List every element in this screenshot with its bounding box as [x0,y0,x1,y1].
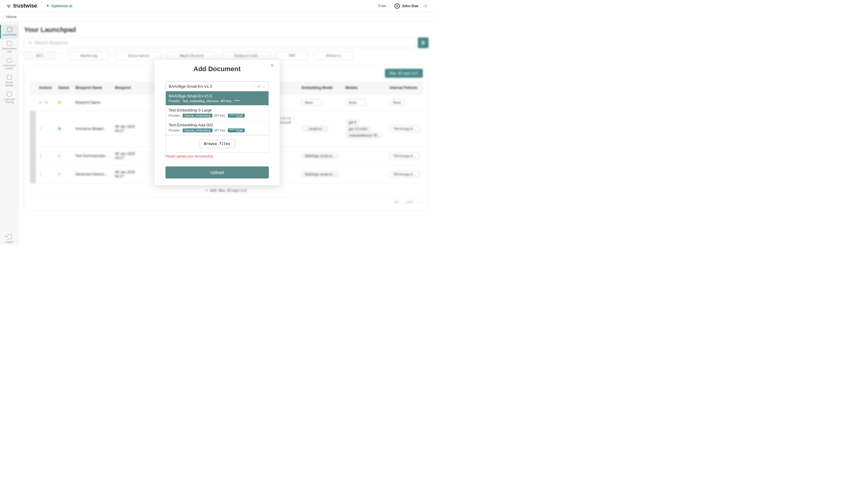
brand-text: trustwise [13,3,37,9]
confirm-icon[interactable]: ✓ [39,100,42,104]
row-edit-handle[interactable] [30,111,36,147]
next-page[interactable]: › [422,200,423,204]
page-title: Your Launchpad [24,26,429,34]
sidebar-item-scans-details[interactable]: Scans Details [0,72,19,89]
shield-icon [7,58,12,63]
tab-tmt[interactable]: TMT [276,51,308,60]
col-models: Models [342,82,387,94]
breadcrumb: Home [0,12,434,22]
status-dot [58,127,61,130]
sidebar-item-command-center[interactable]: Command Center [0,56,19,72]
hub-icon [7,41,12,46]
upload-error-message: Please upload your document(s) [165,154,269,158]
prev-page[interactable]: ‹ [417,200,418,204]
modal-title: Add Document [155,65,280,73]
dropdown-option[interactable]: BAAI/Bge-Small-En-V1.5 Provider: Text_em… [166,91,269,105]
tab-others[interactable]: Others [314,51,353,60]
tab-healthcare[interactable]: Healthcare [167,51,216,60]
plan-badge: Free [378,4,390,8]
col-internal-policies: Internal Policies [387,82,423,94]
header: trustwise ✦ Optimize:ai Free John Doe [0,0,434,12]
new-blueprint-button[interactable]: New Blueprint [385,69,423,78]
col-embedding-model: Embedding Model [299,82,342,94]
row-menu-icon[interactable]: ⋮ [39,127,42,131]
svg-point-5 [422,44,423,44]
page-info: 1 of 2 [405,200,413,204]
pagination: 10 ⌄ 1 of 2 ‹ › [30,198,423,207]
add-document-modal: ✕ Add Document BAAI/Bge-Small-En-V1.5 ✕ … [155,60,280,185]
dropdown-option[interactable]: Text-Embedding-Ada-002 Provider: Openai_… [166,120,269,135]
breadcrumb-home[interactable]: Home [6,14,17,19]
chevron-down-icon[interactable]: ⌄ [262,84,266,89]
row-edit-handle[interactable] [30,165,36,184]
tab-industrial[interactable]: Industrial [222,51,270,60]
search-input[interactable]: Search Blueprints [24,37,415,48]
category-tabs: All Banking Insurance Healthcare Industr… [24,51,429,60]
dropdown-option[interactable]: Text-Embedding-3-Large Provider: Openai_… [166,105,269,120]
status-dot [58,173,61,176]
logout-icon [7,234,12,239]
grid-icon [7,27,12,32]
status-dot [58,101,61,104]
sidebar: Launchpad Optimization Hub Command Cente… [0,22,19,245]
brand-logo[interactable]: trustwise [6,3,37,9]
row-menu-icon[interactable]: ⋮ [39,154,42,158]
logs-icon [7,92,12,96]
optimize-ai-link[interactable]: ✦ Optimize:ai [46,4,72,8]
col-blueprint-name: Blueprint Name [72,82,112,94]
svg-point-4 [424,42,424,43]
sidebar-item-logout[interactable]: Logout [0,232,19,245]
row-edit-handle[interactable] [30,147,36,165]
settings-icon[interactable] [423,4,428,8]
sliders-icon [421,40,426,45]
cancel-icon[interactable]: ✕ [45,100,48,104]
tab-banking[interactable]: Banking [68,51,110,60]
add-new-blueprint-row[interactable]: + Add New Blueprint [30,184,423,198]
close-icon[interactable]: ✕ [270,63,274,68]
tab-all[interactable]: All [24,51,56,60]
sidebar-item-logs-tracing[interactable]: Logs and Tracing [0,89,19,106]
svg-point-0 [397,5,398,6]
svg-point-1 [425,5,426,7]
svg-point-2 [29,41,31,44]
sparkle-icon: ✦ [46,4,50,8]
sidebar-item-optimization-hub[interactable]: Optimization Hub [0,39,19,56]
svg-point-3 [422,41,423,42]
search-icon [28,41,32,45]
clear-icon[interactable]: ✕ [257,84,260,89]
status-dot [58,155,61,157]
user-avatar-icon [395,3,400,9]
browse-files-button[interactable]: Browse files [199,140,236,148]
tab-insurance[interactable]: Insurance [116,51,161,60]
scan-icon [7,75,12,80]
embedding-select[interactable]: BAAI/Bge-Small-En-V1.5 ✕ ⌄ [165,82,269,91]
trustwise-icon [6,3,11,9]
sidebar-item-launchpad[interactable]: Launchpad [0,25,19,39]
col-actions: Actions [36,82,55,94]
user-menu[interactable]: John Doe [395,3,418,9]
upload-button[interactable]: Upload [165,166,269,179]
select-value: BAAI/Bge-Small-En-V1.5 [169,84,254,89]
page-size[interactable]: 10 ⌄ [394,200,401,204]
row-menu-icon[interactable]: ⋮ [39,172,42,176]
file-dropzone[interactable]: Browse files [165,135,269,153]
filter-button[interactable] [418,37,429,48]
col-blueprint: Blueprint [112,82,138,94]
col-status: Status [55,82,72,94]
embedding-dropdown: BAAI/Bge-Small-En-V1.5 Provider: Text_em… [165,91,269,135]
